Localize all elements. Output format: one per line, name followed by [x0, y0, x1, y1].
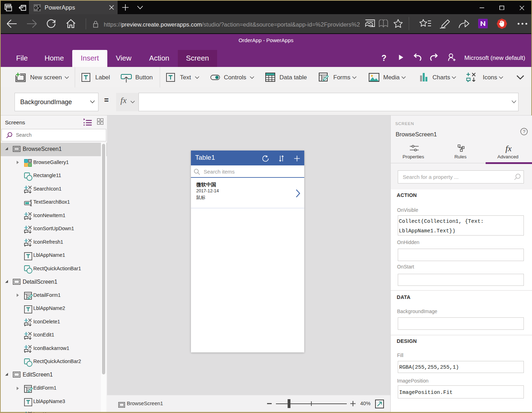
svg-text:?: ?	[523, 129, 525, 134]
